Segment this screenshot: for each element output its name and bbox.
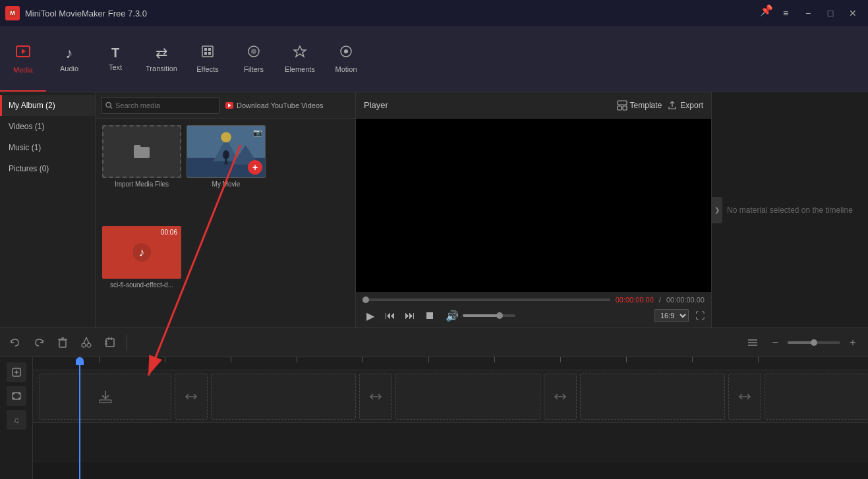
transition-arrows-icon-4: [738, 390, 751, 403]
audio-track-button[interactable]: ♫: [7, 410, 26, 430]
sci-fi-audio-card[interactable]: 00:06 ♪ sci-fi-sound-effect-d...: [102, 226, 181, 322]
transition-slot-3[interactable]: [544, 374, 577, 420]
zoom-out-button[interactable]: −: [765, 333, 785, 352]
media-grid: Import Media Files: [96, 119, 355, 327]
transition-slot-1[interactable]: [175, 374, 208, 420]
toolbar-item-media[interactable]: Media: [0, 26, 46, 92]
fullscreen-button[interactable]: ⛶: [695, 310, 705, 321]
crop-button[interactable]: [100, 333, 120, 352]
timeline-playhead[interactable]: [79, 357, 80, 479]
sidebar: My Album (2) Videos (1) Music (1) Pictur…: [0, 92, 96, 327]
redo-button[interactable]: [29, 333, 49, 352]
maximize-button[interactable]: □: [821, 4, 840, 22]
toolbar-audio-label: Audio: [60, 65, 78, 72]
toolbar-item-motion[interactable]: Motion: [323, 26, 369, 92]
ruler-tick: [692, 357, 693, 362]
video-track-button[interactable]: [7, 386, 26, 406]
right-panel: ❯ No material selected on the timeline: [712, 92, 868, 327]
toolbar-item-audio[interactable]: ♪ Audio: [46, 26, 92, 92]
next-frame-button[interactable]: ⏭: [402, 308, 418, 324]
svg-marker-11: [294, 46, 306, 57]
add-to-timeline-button[interactable]: +: [248, 160, 262, 175]
stop-button[interactable]: ⏹: [422, 308, 438, 324]
template-button[interactable]: Template: [617, 100, 662, 111]
aspect-ratio-select[interactable]: 16:9 9:16 1:1 4:3: [654, 309, 689, 322]
search-input[interactable]: [115, 101, 215, 109]
menu-button[interactable]: ≡: [776, 4, 796, 22]
minimize-button[interactable]: −: [798, 4, 818, 22]
player-title: Player: [364, 100, 388, 110]
svg-rect-5: [204, 48, 207, 51]
player-panel: Player Template Export 00:: [356, 92, 712, 327]
import-thumb[interactable]: [102, 125, 181, 178]
volume-track[interactable]: [463, 314, 515, 317]
sidebar-item-music[interactable]: Music (1): [0, 137, 95, 158]
sci-fi-audio-label: sci-fi-sound-effect-d...: [110, 281, 173, 289]
zoom-in-button[interactable]: +: [843, 333, 863, 352]
add-track-button[interactable]: [7, 362, 26, 382]
download-youtube-button[interactable]: Download YouTube Videos: [225, 101, 324, 110]
timeline-body: ♫: [0, 357, 868, 479]
toolbar-item-transition[interactable]: ⇄ Transition: [138, 26, 185, 92]
toolbar-text-label: Text: [109, 63, 122, 71]
toolbar-item-effects[interactable]: Effects: [185, 26, 231, 92]
undo-icon: [9, 337, 21, 349]
close-button[interactable]: ✕: [843, 4, 863, 22]
prev-frame-button[interactable]: ⏮: [382, 308, 398, 324]
svg-rect-6: [208, 48, 211, 51]
video-clip-slot-3[interactable]: [395, 374, 540, 420]
svg-point-22: [221, 132, 231, 143]
import-clip-icon: [98, 389, 113, 405]
audio-icon: ♪: [66, 45, 73, 62]
zoom-slider[interactable]: [788, 341, 840, 344]
split-audio-video-button[interactable]: [743, 333, 763, 352]
sidebar-item-my-album[interactable]: My Album (2): [0, 95, 95, 116]
track-audio: [33, 423, 868, 463]
delete-icon: [57, 337, 69, 349]
transition-slot-2[interactable]: [359, 374, 392, 420]
zoom-controls: − +: [743, 333, 863, 352]
video-preview: [356, 119, 711, 292]
my-movie-thumb[interactable]: 📷 +: [187, 125, 266, 178]
app-title: MiniTool MovieMaker Free 7.3.0: [25, 9, 755, 18]
delete-button[interactable]: [53, 333, 72, 352]
video-clip-slot-5[interactable]: [765, 374, 868, 420]
volume-wrap: 🔊: [444, 308, 515, 324]
cut-button[interactable]: [76, 333, 96, 352]
my-movie-label: My Movie: [212, 181, 241, 188]
transition-slot-4[interactable]: [728, 374, 761, 420]
svg-rect-40: [106, 339, 114, 347]
video-clip-slot-4[interactable]: [580, 374, 725, 420]
video-clip-slot-1[interactable]: [40, 374, 171, 420]
my-movie-card[interactable]: 📷 + My Movie: [187, 125, 266, 221]
time-total: 00:00:00.00: [666, 296, 705, 304]
undo-button[interactable]: [5, 333, 25, 352]
volume-button[interactable]: 🔊: [444, 308, 460, 324]
svg-rect-4: [202, 46, 213, 57]
progress-track[interactable]: [362, 298, 610, 301]
play-button[interactable]: ▶: [362, 308, 378, 324]
toolbar-item-filters[interactable]: Filters: [231, 26, 277, 92]
video-clip-slot-2[interactable]: [211, 374, 356, 420]
crop-icon: [104, 337, 116, 349]
import-media-card[interactable]: Import Media Files: [102, 125, 181, 221]
svg-text:♫: ♫: [13, 416, 19, 425]
sidebar-item-videos[interactable]: Videos (1): [0, 116, 95, 137]
cut-icon: [80, 337, 92, 349]
svg-point-23: [223, 150, 229, 159]
svg-line-15: [110, 106, 112, 108]
svg-point-10: [251, 49, 256, 54]
search-input-wrap[interactable]: [101, 97, 219, 114]
audio-thumb[interactable]: 00:06 ♪: [102, 226, 181, 279]
toolbar-item-elements[interactable]: Elements: [277, 26, 323, 92]
toolbar-item-text[interactable]: T Text: [92, 26, 138, 92]
toolbar-motion-label: Motion: [335, 65, 357, 73]
right-panel-toggle[interactable]: ❯: [712, 197, 722, 223]
add-track-icon: [11, 367, 22, 378]
volume-dot: [496, 312, 503, 319]
ruler-tick: [165, 357, 165, 362]
export-button[interactable]: Export: [667, 100, 703, 111]
sidebar-item-pictures[interactable]: Pictures (0): [0, 158, 95, 179]
svg-line-38: [84, 337, 86, 343]
svg-rect-7: [204, 52, 207, 55]
